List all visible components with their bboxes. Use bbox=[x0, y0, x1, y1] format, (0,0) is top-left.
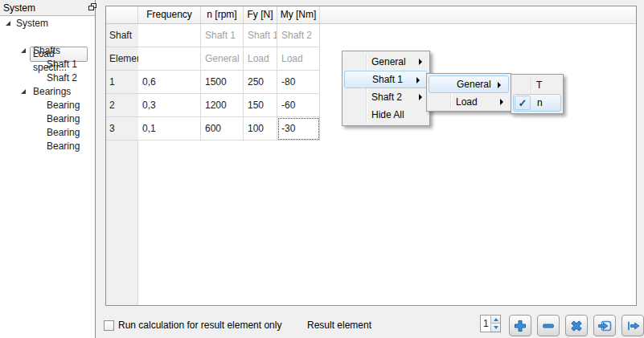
menu-item-t[interactable]: T bbox=[511, 76, 563, 94]
spinner-value: 1 bbox=[483, 318, 489, 330]
column-header-n-rpm[interactable]: n [rpm] bbox=[201, 6, 244, 23]
submenu-arrow-icon bbox=[500, 99, 503, 105]
spinner-up-icon[interactable] bbox=[490, 316, 500, 324]
tree-item-bearing-1[interactable]: Bearing bbox=[47, 99, 80, 112]
menu-item-general[interactable]: General bbox=[343, 53, 429, 71]
table-cell[interactable]: Shaft 2 bbox=[277, 24, 320, 47]
tree-item-bearing-4[interactable]: Bearing bbox=[47, 140, 80, 153]
table-cell[interactable]: -80 bbox=[277, 71, 320, 94]
row-header-3[interactable]: 3 bbox=[106, 117, 138, 140]
corner-header[interactable] bbox=[106, 6, 138, 23]
menu-item-shaft-1[interactable]: Shaft 1 bbox=[344, 71, 428, 88]
table-cell[interactable]: Shaft 1 bbox=[201, 24, 244, 47]
table-cell[interactable]: 0,6 bbox=[138, 71, 201, 94]
table-cell[interactable]: -60 bbox=[277, 94, 320, 117]
tree-item-bearings[interactable]: Bearings bbox=[0, 85, 38, 99]
table-cell[interactable]: 100 bbox=[244, 117, 277, 140]
table-cell-focused[interactable]: -30 bbox=[277, 117, 320, 140]
table-cell[interactable]: Load bbox=[277, 47, 320, 71]
row-header-1[interactable]: 1 bbox=[106, 71, 138, 94]
expand-collapse-icon[interactable] bbox=[6, 21, 10, 26]
submenu-arrow-icon bbox=[419, 59, 422, 65]
table-cell[interactable] bbox=[138, 47, 201, 71]
tree-item-bearing-3[interactable]: Bearing bbox=[47, 126, 80, 140]
table-cell[interactable]: General bbox=[201, 47, 244, 71]
tree-item-bearing-2[interactable]: Bearing bbox=[47, 112, 80, 126]
table-cell[interactable]: 600 bbox=[201, 117, 244, 140]
run-calculation-label: Run calculation for result element only bbox=[118, 320, 281, 332]
tree-item-shaft-1[interactable]: Shaft 1 bbox=[47, 58, 77, 71]
menu-item-n[interactable]: ✓ n bbox=[513, 94, 561, 112]
minus-icon bbox=[541, 319, 556, 333]
submenu-arrow-icon bbox=[498, 82, 501, 88]
column-header-my-nm[interactable]: My [Nm] bbox=[277, 6, 320, 23]
arrow-out-icon bbox=[626, 319, 640, 333]
menu-item-shaft-2[interactable]: Shaft 2 bbox=[343, 88, 429, 106]
tree-item-system[interactable]: System bbox=[0, 17, 32, 31]
expand-collapse-icon[interactable] bbox=[21, 89, 26, 94]
sidebar-splitter[interactable] bbox=[95, 0, 96, 338]
table-cell[interactable]: Shaft 1 bbox=[244, 24, 277, 47]
sidebar-title: System bbox=[3, 2, 35, 14]
tree-item-shafts[interactable]: Shafts bbox=[0, 44, 27, 58]
system-tree: System Load spectr... Shafts Shaft 1 Sha… bbox=[0, 16, 95, 338]
run-calculation-checkbox[interactable] bbox=[104, 320, 114, 331]
table-cell[interactable]: 1200 bbox=[201, 94, 244, 117]
delete-all-button[interactable] bbox=[565, 315, 588, 336]
result-element-spinner[interactable]: 1 bbox=[480, 315, 501, 332]
table-cell[interactable]: 1500 bbox=[201, 71, 244, 94]
result-element-label: Result element bbox=[307, 320, 371, 332]
column-header-fy-n[interactable]: Fy [N] bbox=[244, 6, 277, 23]
column-header-row: Frequency n [rpm] Fy [N] My [Nm] bbox=[106, 6, 636, 24]
spinner-down-icon[interactable] bbox=[490, 324, 500, 332]
column-header-frequency[interactable]: Frequency bbox=[138, 6, 201, 23]
plus-icon bbox=[513, 319, 527, 333]
cross-icon bbox=[569, 319, 584, 333]
table-cell[interactable]: 150 bbox=[244, 94, 277, 117]
submenu-shaft-1: General Load bbox=[426, 73, 511, 112]
submenu-arrow-icon bbox=[419, 94, 422, 100]
tree-item-shaft-2[interactable]: Shaft 2 bbox=[47, 71, 77, 85]
row-header-shaft[interactable]: Shaft bbox=[106, 24, 138, 47]
arrow-into-box-icon bbox=[597, 319, 612, 333]
table-cell[interactable]: 250 bbox=[244, 71, 277, 94]
expand-collapse-icon[interactable] bbox=[21, 48, 26, 53]
row-header-element[interactable]: Element bbox=[106, 47, 138, 71]
move-into-button[interactable] bbox=[593, 315, 616, 336]
menu-item-general[interactable]: General bbox=[429, 75, 509, 93]
checkmark-icon: ✓ bbox=[515, 96, 531, 110]
float-panel-icon[interactable] bbox=[88, 2, 99, 13]
table-cell[interactable]: 0,1 bbox=[138, 117, 201, 140]
menu-item-hide-all[interactable]: Hide All bbox=[343, 106, 429, 124]
table-cell[interactable] bbox=[138, 24, 201, 47]
submenu-general: T ✓ n bbox=[511, 74, 564, 114]
table-cell[interactable]: 0,3 bbox=[138, 94, 201, 117]
float-icon-front-square bbox=[88, 6, 94, 10]
remove-row-button[interactable] bbox=[537, 315, 560, 336]
application-window: { "sidebar": { "title": "System", "tree"… bbox=[0, 0, 644, 338]
submenu-arrow-icon bbox=[416, 77, 420, 83]
context-menu-columns: General Shaft 1 Shaft 2 Hide All bbox=[342, 51, 430, 126]
add-row-button[interactable] bbox=[509, 315, 531, 336]
row-header-2[interactable]: 2 bbox=[106, 94, 138, 117]
sidebar-dock-header: System bbox=[0, 0, 95, 16]
table-cell[interactable]: Load bbox=[244, 47, 277, 71]
move-out-button[interactable] bbox=[621, 315, 644, 336]
menu-item-load[interactable]: Load bbox=[427, 93, 511, 111]
